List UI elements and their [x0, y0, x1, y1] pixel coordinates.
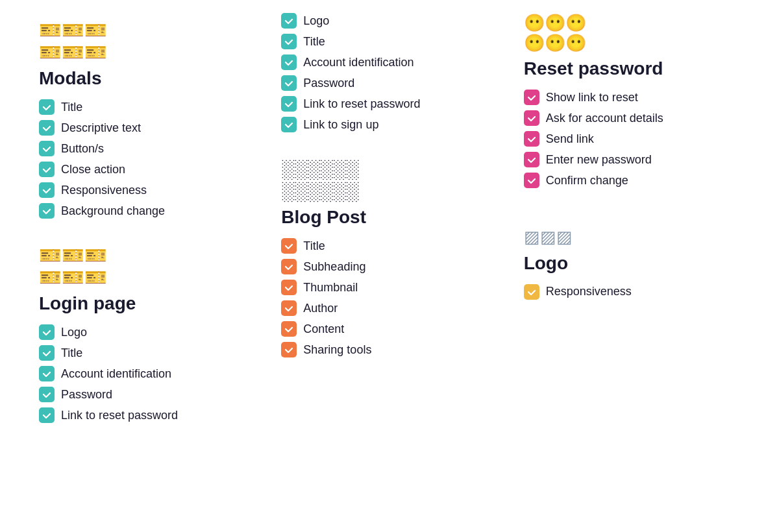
- page-grid: 🎫🎫🎫🎫🎫🎫 Modals Title Descriptive text: [26, 13, 753, 455]
- list-item: Send link: [524, 131, 740, 147]
- check-teal-icon: [39, 366, 55, 381]
- modals-emoji: 🎫🎫🎫🎫🎫🎫: [39, 19, 255, 63]
- check-orange-icon: [281, 259, 297, 274]
- check-teal-icon: [281, 75, 297, 91]
- login-page-checklist: Logo Title Account identification: [39, 324, 255, 423]
- list-item: Title: [281, 34, 497, 49]
- list-item: Responsiveness: [524, 284, 740, 300]
- check-teal-icon: [39, 162, 55, 177]
- item-label: Subheading: [303, 260, 365, 274]
- item-label: Enter new password: [546, 153, 652, 167]
- column-2: Logo Title Account identification: [268, 13, 510, 455]
- blog-post-title: Blog Post: [281, 207, 497, 228]
- modals-checklist: Title Descriptive text Button/s: [39, 99, 255, 219]
- list-item: Responsiveness: [39, 182, 255, 198]
- reset-emoji: 😶😶😶😶😶😶: [524, 13, 740, 53]
- item-label: Title: [303, 239, 325, 253]
- list-item: Ask for account details: [524, 110, 740, 126]
- list-item: Logo: [39, 324, 255, 340]
- check-pink-icon: [524, 173, 539, 188]
- list-item: Confirm change: [524, 173, 740, 188]
- list-item: Sharing tools: [281, 342, 497, 357]
- list-item: Password: [39, 387, 255, 402]
- logo-checklist: Responsiveness: [524, 284, 740, 300]
- logo-title: Logo: [524, 253, 740, 274]
- list-item: Author: [281, 300, 497, 316]
- list-item: Show link to reset: [524, 90, 740, 105]
- item-label: Button/s: [61, 142, 104, 156]
- check-pink-icon: [524, 152, 539, 167]
- section-logo: ▨▨▨ Logo Responsiveness: [524, 227, 740, 299]
- list-item: Link to reset password: [281, 96, 497, 112]
- list-item: Button/s: [39, 141, 255, 156]
- check-teal-icon: [281, 54, 297, 70]
- check-orange-icon: [281, 342, 297, 357]
- blog-post-checklist: Title Subheading Thumbnail: [281, 238, 497, 357]
- section-modals: 🎫🎫🎫🎫🎫🎫 Modals Title Descriptive text: [39, 19, 255, 219]
- item-label: Password: [303, 77, 354, 90]
- check-teal-icon: [39, 182, 55, 198]
- item-label: Send link: [546, 132, 594, 146]
- check-teal-icon: [39, 345, 55, 361]
- check-orange-icon: [281, 300, 297, 316]
- item-label: Responsiveness: [61, 184, 147, 197]
- list-item: Background change: [39, 203, 255, 219]
- check-teal-icon: [39, 120, 55, 136]
- check-teal-icon: [281, 13, 297, 29]
- blog-emoji: ░░░░░░░░░░░░: [281, 158, 497, 202]
- item-label: Password: [61, 388, 112, 402]
- item-label: Close action: [61, 163, 125, 176]
- list-item: Title: [39, 345, 255, 361]
- item-label: Descriptive text: [61, 121, 141, 135]
- login-emoji: 🎫🎫🎫🎫🎫🎫: [39, 245, 255, 288]
- item-label: Show link to reset: [546, 91, 638, 104]
- list-item: Link to sign up: [281, 117, 497, 132]
- section-reset-password: 😶😶😶😶😶😶 Reset password Show link to reset…: [524, 13, 740, 188]
- item-label: Title: [61, 101, 82, 114]
- list-item: Title: [281, 238, 497, 254]
- check-orange-icon: [281, 280, 297, 295]
- item-label: Logo: [61, 326, 87, 339]
- check-teal-icon: [281, 117, 297, 132]
- section-signup-items: Logo Title Account identification: [281, 13, 497, 132]
- check-orange-icon: [281, 238, 297, 254]
- list-item: Content: [281, 321, 497, 337]
- list-item: Password: [281, 75, 497, 91]
- column-3: 😶😶😶😶😶😶 Reset password Show link to reset…: [511, 13, 753, 455]
- item-label: Title: [303, 35, 325, 49]
- list-item: Link to reset password: [39, 407, 255, 423]
- list-item: Descriptive text: [39, 120, 255, 136]
- reset-password-title: Reset password: [524, 58, 740, 79]
- check-teal-icon: [39, 407, 55, 423]
- list-item: Account identification: [281, 54, 497, 70]
- logo-emoji: ▨▨▨: [524, 227, 740, 247]
- column-1: 🎫🎫🎫🎫🎫🎫 Modals Title Descriptive text: [26, 13, 268, 455]
- item-label: Confirm change: [546, 174, 628, 187]
- modals-title: Modals: [39, 68, 255, 89]
- check-yellow-icon: [524, 284, 539, 300]
- list-item: Title: [39, 99, 255, 115]
- item-label: Account identification: [303, 56, 414, 69]
- item-label: Background change: [61, 204, 165, 218]
- login-page-title: Login page: [39, 293, 255, 314]
- check-teal-icon: [39, 99, 55, 115]
- check-pink-icon: [524, 90, 539, 105]
- list-item: Logo: [281, 13, 497, 29]
- reset-password-checklist: Show link to reset Ask for account detai…: [524, 90, 740, 188]
- list-item: Close action: [39, 162, 255, 177]
- list-item: Enter new password: [524, 152, 740, 167]
- item-label: Title: [61, 346, 82, 360]
- check-teal-icon: [39, 203, 55, 219]
- item-label: Link to reset password: [303, 97, 420, 111]
- item-label: Thumbnail: [303, 281, 358, 295]
- item-label: Sharing tools: [303, 343, 371, 357]
- item-label: Logo: [303, 14, 329, 28]
- check-pink-icon: [524, 131, 539, 147]
- item-label: Responsiveness: [546, 285, 632, 298]
- item-label: Content: [303, 322, 344, 336]
- check-teal-icon: [39, 324, 55, 340]
- check-teal-icon: [281, 34, 297, 49]
- check-teal-icon: [281, 96, 297, 112]
- item-label: Link to sign up: [303, 118, 378, 132]
- section-login-page: 🎫🎫🎫🎫🎫🎫 Login page Logo Title: [39, 245, 255, 423]
